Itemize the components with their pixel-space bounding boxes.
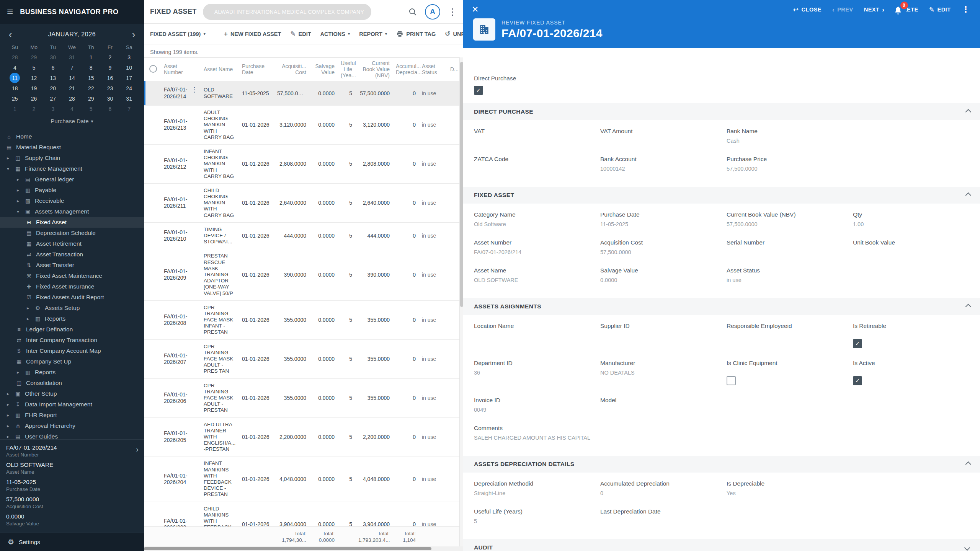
sidebar-nav-item[interactable]: $ Inter Company Account Map	[0, 346, 144, 356]
horizontal-scrollbar-thumb[interactable]	[144, 547, 431, 550]
calendar-day[interactable]: 31	[119, 93, 139, 104]
calendar-day[interactable]: 25	[5, 93, 24, 104]
hamburger-menu-icon[interactable]: ≡	[7, 7, 13, 17]
sidebar-nav-item[interactable]: ▸ ↧ Data Import Management	[0, 399, 144, 410]
calendar-next-icon[interactable]: ›	[129, 29, 139, 39]
table-row[interactable]: FA/01-01-2026/209 ⋮ PRESTAN RESCUE MASK …	[144, 249, 459, 300]
chevron-right-icon[interactable]: ›	[136, 445, 139, 454]
edit-button[interactable]: ✎ EDIT	[290, 31, 311, 37]
sidebar-nav-item[interactable]: ▾ ▣ Assets Management	[0, 206, 144, 217]
calendar-day[interactable]: 6	[43, 62, 62, 73]
company-selector[interactable]: ALWADI INTERNATIONAL MEDICAL COMPLEX COM…	[203, 4, 371, 20]
table-row[interactable]: FA/01-01-2026/207 ⋮ CPR TRAINING FACE MA…	[144, 340, 459, 379]
sidebar-nav-item[interactable]: ▤ Material Request	[0, 142, 144, 153]
col-current-book-value[interactable]: Current Book Value (NBV)	[355, 60, 393, 78]
calendar-day[interactable]: 30	[43, 52, 62, 62]
col-salvage-value[interactable]: Salvage Value	[309, 63, 338, 75]
sidebar-nav-item[interactable]: ▸ ▥ Payable	[0, 185, 144, 196]
calendar-day[interactable]: 4	[62, 104, 82, 114]
horizontal-scrollbar[interactable]	[144, 546, 463, 551]
row-menu-button[interactable]: ⋮	[191, 86, 198, 93]
calendar-day[interactable]: 31	[62, 52, 82, 62]
sidebar-nav-item[interactable]: ▸ ▧ Receivable	[0, 196, 144, 206]
calendar-day[interactable]: 17	[119, 73, 139, 83]
col-asset-status[interactable]: Asset Status	[419, 63, 447, 75]
calendar-day[interactable]: 27	[43, 93, 62, 104]
search-icon[interactable]	[408, 7, 417, 16]
sidebar-nav-item[interactable]: ⊞ Fixed Asset	[0, 217, 144, 228]
calendar-day[interactable]: 18	[5, 83, 24, 93]
quick-info-card[interactable]: › FA/07-01-2026/214 Asset Number OLD SOF…	[0, 439, 144, 533]
calendar-day[interactable]: 9	[101, 62, 120, 73]
sidebar-nav-item[interactable]: ▸ ▤ User Guides	[0, 431, 144, 439]
sidebar-nav-item[interactable]: ✚ Fixed Asset Insurance	[0, 281, 144, 292]
calendar-day[interactable]: 2	[24, 104, 44, 114]
calendar-day[interactable]: 4	[5, 62, 24, 73]
print-tag-button[interactable]: PRINT TAG	[396, 30, 436, 37]
calendar-day[interactable]: 5	[24, 62, 44, 73]
calendar-day[interactable]: 26	[24, 93, 44, 104]
kebab-menu-icon[interactable]: ⋮	[448, 7, 457, 16]
table-row[interactable]: FA/01-01-2026/208 ⋮ CPR TRAINING FACE MA…	[144, 301, 459, 340]
table-row[interactable]: FA/01-01-2026/212 ⋮ INFANT CHOKING MANIK…	[144, 145, 459, 184]
calendar-day[interactable]: 15	[82, 73, 101, 83]
actions-dropdown[interactable]: ACTIONS ▾	[320, 31, 350, 37]
table-row[interactable]: FA/01-01-2026/210 ⋮ TIMING DEVICE / STOP…	[144, 223, 459, 249]
calendar-day[interactable]: 30	[101, 93, 120, 104]
calendar-day[interactable]: 7	[62, 62, 82, 73]
prev-button[interactable]: ‹ PREV	[832, 7, 853, 13]
sidebar-nav-item[interactable]: ▦ Company Set Up	[0, 356, 144, 367]
sidebar-nav-item[interactable]: ▸ ▤ General ledger	[0, 174, 144, 185]
table-row[interactable]: FA/01-01-2026/211 ⋮ CHILD CHOKING MANIKI…	[144, 184, 459, 223]
calendar-day[interactable]: 2	[101, 52, 120, 62]
sidebar-nav-item[interactable]: ≡ Ledger Defination	[0, 324, 144, 335]
col-useful-life[interactable]: Useful Life (Yea...	[338, 60, 355, 78]
calendar-day[interactable]: 13	[43, 73, 62, 83]
new-fixed-asset-button[interactable]: + NEW FIXED ASSET	[224, 31, 281, 37]
calendar-day[interactable]: 24	[119, 83, 139, 93]
col-acquisition-cost[interactable]: Acquisiti... Cost	[274, 63, 309, 75]
report-dropdown[interactable]: REPORT ▾	[359, 31, 387, 37]
notifications-bell-icon[interactable]: 0	[890, 2, 906, 19]
col-accumulated-depreciation[interactable]: Accumul... Deprecia...	[393, 63, 419, 75]
detail-more-button[interactable]: ⋮	[962, 5, 970, 14]
sidebar-nav-item[interactable]: ▦ Asset Retirement	[0, 238, 144, 249]
vertical-scrollbar[interactable]	[459, 57, 463, 546]
field-checkbox[interactable]	[853, 376, 862, 385]
sidebar-nav-item[interactable]: ▸ ⋔ Approval Hierarchy	[0, 421, 144, 431]
sidebar-nav-item[interactable]: ⚒ Fixed Asset Maintenance	[0, 271, 144, 281]
calendar-day[interactable]: 3	[119, 52, 139, 62]
section-depreciation-details-header[interactable]: ASSETS DEPRECIATION DETAILS	[463, 456, 980, 473]
field-checkbox[interactable]	[727, 376, 736, 385]
calendar-day[interactable]: 12	[24, 73, 44, 83]
calendar-day[interactable]: 1	[82, 52, 101, 62]
table-row[interactable]: FA/01-01-2026/203 ⋮ CHILD MANIKINS WITH …	[144, 502, 459, 527]
calendar-day[interactable]: 10	[119, 62, 139, 73]
sidebar-nav-item[interactable]: ◫ Consolidation	[0, 378, 144, 388]
section-assets-assignments-header[interactable]: ASSETS ASIGNMENTS	[463, 298, 980, 315]
calendar-day[interactable]: 29	[82, 93, 101, 104]
direct-purchase-checkbox[interactable]	[474, 86, 483, 95]
settings-button[interactable]: ⚙ Settings	[0, 533, 144, 551]
calendar-day[interactable]: 20	[43, 83, 62, 93]
section-audit-header[interactable]: AUDIT	[463, 539, 980, 551]
calendar-day[interactable]: 22	[82, 83, 101, 93]
sidebar-nav-item[interactable]: ▤ Depreciation Schedule	[0, 228, 144, 238]
table-row[interactable]: FA/07-01-2026/214 ⋮ OLD SOFTWARE 11-05-2…	[144, 81, 459, 106]
col-purchase-date[interactable]: Purchase Date	[239, 63, 274, 75]
user-avatar[interactable]: A	[425, 4, 440, 20]
sidebar-nav-item[interactable]: ▸ ▣ Other Setup	[0, 388, 144, 399]
section-direct-purchase-header[interactable]: DIRECT PURCHASE	[463, 103, 980, 120]
close-icon[interactable]: ✕	[472, 5, 479, 14]
calendar-day[interactable]: 23	[101, 83, 120, 93]
calendar-day[interactable]: 14	[62, 73, 82, 83]
sidebar-nav-item[interactable]: ▾ ▦ Finance Management	[0, 163, 144, 174]
table-row[interactable]: FA/01-01-2026/206 ⋮ CPR TRAINING FACE MA…	[144, 379, 459, 418]
calendar-day[interactable]: 7	[119, 104, 139, 114]
calendar-day[interactable]: 21	[62, 83, 82, 93]
sidebar-nav-item[interactable]: ☑ Fixed Assets Audit Report	[0, 292, 144, 303]
calendar-day[interactable]: 16	[101, 73, 120, 83]
sidebar-nav-item[interactable]: ▸ ▥ Reports	[0, 313, 144, 324]
next-button[interactable]: NEXT ›	[864, 7, 885, 13]
sidebar-nav-item[interactable]: ▸ ▥ EHR Report	[0, 410, 144, 421]
